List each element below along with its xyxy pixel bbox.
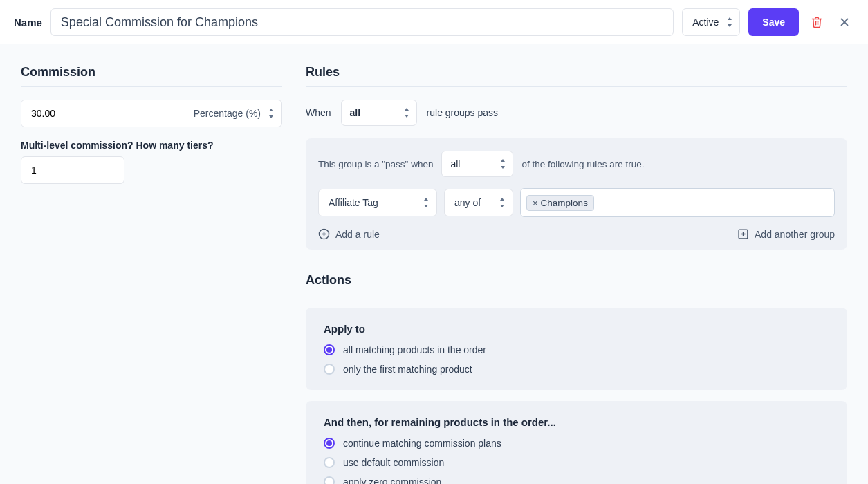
tiers-input[interactable]	[21, 156, 124, 184]
plus-circle-icon	[318, 228, 330, 240]
group-footer: Add a rule Add another group	[318, 228, 835, 240]
apply-to-heading: Apply to	[324, 323, 829, 335]
tag-remove-icon[interactable]: ×	[533, 198, 538, 208]
topbar: Name Active Save	[0, 0, 868, 44]
when-value: all	[341, 100, 417, 126]
name-label: Name	[14, 17, 42, 28]
close-icon	[838, 16, 851, 28]
remaining-card: And then, for remaining products in the …	[306, 401, 847, 484]
rules-actions-column: Rules When all rule groups pass This gro…	[306, 65, 847, 484]
commission-type-label: Percentage (%)	[194, 108, 261, 119]
rule-group: This group is a "pass" when all of the f…	[306, 138, 847, 250]
rule-operator-value: any of	[454, 197, 481, 208]
add-group-button[interactable]: Add another group	[737, 228, 835, 240]
commission-column: Commission Percentage (%) Multi-level co…	[21, 65, 282, 184]
radio-icon	[324, 364, 335, 375]
when-select[interactable]: all	[341, 100, 417, 126]
radio-label: apply zero commission	[343, 476, 441, 484]
tag-chip: × Champions	[526, 195, 594, 211]
chevron-updown-icon	[499, 198, 506, 207]
plus-square-icon	[737, 228, 749, 240]
remaining-heading: And then, for remaining products in the …	[324, 416, 829, 428]
when-label: When	[306, 107, 331, 118]
radio-label: only the first matching product	[343, 364, 472, 375]
close-button[interactable]	[835, 12, 854, 32]
status-value: Active	[682, 8, 740, 36]
remaining-option-1[interactable]: use default commission	[324, 457, 829, 468]
save-button[interactable]: Save	[748, 8, 799, 36]
add-group-label: Add another group	[755, 229, 835, 240]
remaining-option-0[interactable]: continue matching commission plans	[324, 438, 829, 449]
group-prefix: This group is a "pass" when	[318, 159, 433, 169]
commission-type-select[interactable]: Percentage (%)	[184, 100, 281, 127]
name-input[interactable]	[50, 8, 674, 36]
main-content: Commission Percentage (%) Multi-level co…	[0, 44, 868, 484]
delete-button[interactable]	[807, 12, 827, 32]
radio-label: use default commission	[343, 457, 444, 468]
trash-icon	[811, 16, 823, 28]
when-suffix: rule groups pass	[427, 107, 499, 118]
commission-title: Commission	[21, 65, 282, 87]
group-suffix: of the following rules are true.	[521, 159, 644, 169]
radio-icon	[324, 476, 335, 484]
radio-icon	[324, 457, 335, 468]
rule-row: Affiliate Tag any of × Champions	[318, 188, 835, 217]
radio-label: all matching products in the order	[343, 344, 486, 355]
rule-tag-input[interactable]: × Champions	[520, 188, 835, 217]
add-rule-label: Add a rule	[335, 229, 380, 240]
rule-operator-select[interactable]: any of	[444, 189, 513, 216]
radio-icon	[324, 438, 335, 449]
radio-label: continue matching commission plans	[343, 438, 501, 449]
group-mode-value: all	[441, 151, 513, 177]
chevron-updown-icon	[268, 109, 275, 118]
apply-to-option-1[interactable]: only the first matching product	[324, 364, 829, 375]
commission-field: Percentage (%)	[21, 100, 282, 127]
apply-to-option-0[interactable]: all matching products in the order	[324, 344, 829, 355]
radio-icon	[324, 344, 335, 355]
status-select[interactable]: Active	[682, 8, 740, 36]
remaining-option-2[interactable]: apply zero commission	[324, 476, 829, 484]
tag-label: Champions	[541, 198, 588, 208]
actions-title: Actions	[306, 273, 847, 295]
group-header: This group is a "pass" when all of the f…	[318, 151, 835, 177]
add-rule-button[interactable]: Add a rule	[318, 228, 380, 240]
apply-to-card: Apply to all matching products in the or…	[306, 308, 847, 390]
when-row: When all rule groups pass	[306, 100, 847, 126]
chevron-updown-icon	[423, 198, 430, 207]
rule-field-value: Affiliate Tag	[329, 197, 378, 208]
tiers-label: Multi-level commission? How many tiers?	[21, 140, 282, 151]
rule-field-select[interactable]: Affiliate Tag	[318, 189, 437, 216]
commission-value-input[interactable]	[21, 100, 184, 127]
group-mode-select[interactable]: all	[441, 151, 513, 177]
rules-title: Rules	[306, 65, 847, 87]
